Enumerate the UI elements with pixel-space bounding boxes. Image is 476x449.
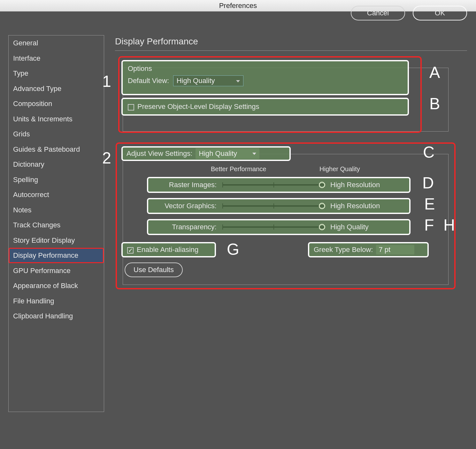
cancel-button[interactable]: Cancel xyxy=(351,6,405,20)
sidebar-item-clipboard-handling[interactable]: Clipboard Handling xyxy=(9,308,104,324)
default-view-select[interactable]: High Quality xyxy=(173,75,243,86)
enable-anti-aliasing-checkbox[interactable] xyxy=(127,247,134,254)
transparency-label: Transparency: xyxy=(153,223,217,231)
sidebar-item-autocorrect[interactable]: Autocorrect xyxy=(9,187,104,202)
sidebar-item-spelling[interactable]: Spelling xyxy=(9,172,104,187)
vector-graphics-value: High Resolution xyxy=(330,202,391,210)
adjust-view-label: Adjust View Settings: xyxy=(127,149,192,158)
sidebar-item-appearance-of-black[interactable]: Appearance of Black xyxy=(9,278,104,293)
raster-images-value: High Resolution xyxy=(330,181,391,189)
sidebar-item-units-increments[interactable]: Units & Increments xyxy=(9,111,104,127)
sidebar-item-display-performance[interactable]: Display Performance xyxy=(9,248,104,263)
preserve-object-level-label: Preserve Object-Level Display Settings xyxy=(137,103,259,111)
raster-images-label: Raster Images: xyxy=(153,181,217,189)
page-title: Display Performance xyxy=(115,36,467,47)
higher-quality-label: Higher Quality xyxy=(319,165,360,173)
preferences-sidebar: GeneralInterfaceTypeAdvanced TypeComposi… xyxy=(8,35,104,412)
sidebar-item-grids[interactable]: Grids xyxy=(9,126,104,142)
default-view-label: Default View: xyxy=(128,77,169,85)
transparency-slider[interactable] xyxy=(222,223,325,231)
annotation-C: C xyxy=(423,143,434,162)
annotation-F: F xyxy=(424,216,434,234)
raster-images-slider[interactable] xyxy=(222,181,325,189)
annotation-E: E xyxy=(424,195,435,213)
greek-type-input[interactable] xyxy=(376,245,414,255)
preserve-object-level-checkbox[interactable] xyxy=(128,104,134,110)
title-divider xyxy=(115,50,467,51)
better-performance-label: Better Performance xyxy=(211,165,266,173)
adjust-view-select[interactable]: High Quality xyxy=(196,148,259,159)
enable-anti-aliasing-label: Enable Anti-aliasing xyxy=(137,246,198,254)
annotation-A: A xyxy=(429,63,440,82)
sidebar-item-composition[interactable]: Composition xyxy=(9,96,104,111)
sidebar-item-track-changes[interactable]: Track Changes xyxy=(9,217,104,233)
annotation-1: 1 xyxy=(102,72,111,91)
sidebar-item-file-handling[interactable]: File Handling xyxy=(9,293,104,309)
sidebar-item-type[interactable]: Type xyxy=(9,66,104,81)
ok-button[interactable]: OK xyxy=(413,6,467,20)
sidebar-item-notes[interactable]: Notes xyxy=(9,202,104,218)
annotation-G: G xyxy=(227,240,239,259)
vector-graphics-label: Vector Graphics: xyxy=(153,202,217,210)
annotation-B: B xyxy=(429,95,440,113)
sidebar-item-general[interactable]: General xyxy=(9,35,104,51)
use-defaults-button[interactable]: Use Defaults xyxy=(125,263,183,277)
sidebar-item-advanced-type[interactable]: Advanced Type xyxy=(9,81,104,96)
vector-graphics-slider[interactable] xyxy=(222,202,325,210)
annotation-H: H xyxy=(443,216,455,234)
annotation-2: 2 xyxy=(102,149,111,167)
greek-type-label: Greek Type Below: xyxy=(314,246,373,254)
options-legend: Options xyxy=(128,65,403,73)
sidebar-item-story-editor-display[interactable]: Story Editor Display xyxy=(9,233,104,248)
sidebar-item-gpu-performance[interactable]: GPU Performance xyxy=(9,263,104,278)
annotation-D: D xyxy=(422,174,434,192)
transparency-value: High Quality xyxy=(330,223,391,231)
sidebar-item-interface[interactable]: Interface xyxy=(9,51,104,66)
sidebar-item-dictionary[interactable]: Dictionary xyxy=(9,157,104,172)
sidebar-item-guides-pasteboard[interactable]: Guides & Pasteboard xyxy=(9,142,104,157)
